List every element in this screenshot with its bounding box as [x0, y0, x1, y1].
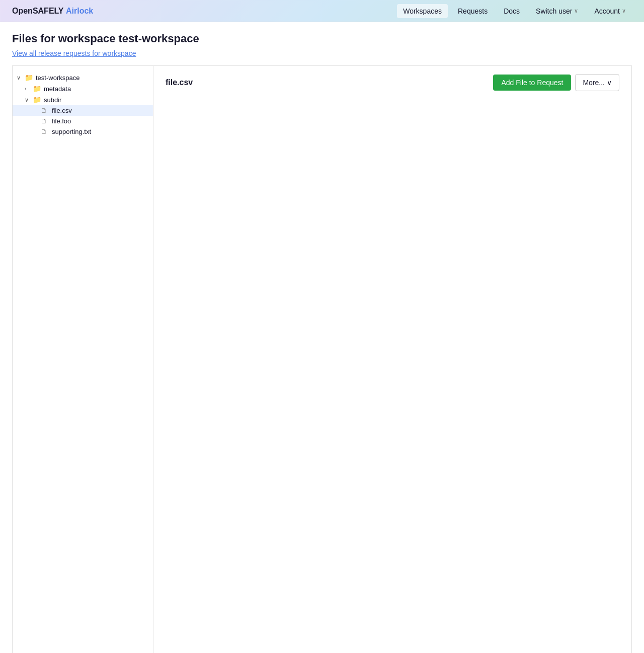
view-release-requests-link[interactable]: View all release requests for workspace [12, 49, 136, 57]
more-button[interactable]: More... ∨ [575, 74, 619, 91]
tree-item-file-foo[interactable]: 🗋 file.foo [13, 116, 153, 126]
file-icon-file-foo: 🗋 [41, 117, 50, 125]
account-chevron-icon: ∨ [622, 8, 626, 14]
main-layout: ∨ 📁 test-workspace › 📁 metadata ∨ 📁 subd… [12, 65, 632, 653]
nav-requests[interactable]: Requests [452, 4, 494, 18]
nav-switch-user[interactable]: Switch user ∨ [530, 4, 584, 18]
more-chevron-icon: ∨ [607, 79, 612, 87]
nav-account[interactable]: Account ∨ [588, 4, 632, 18]
tree-item-file-csv[interactable]: 🗋 file.csv [13, 105, 153, 116]
tree-item-supporting-txt[interactable]: 🗋 supporting.txt [13, 126, 153, 137]
tree-item-metadata[interactable]: › 📁 metadata [13, 83, 153, 94]
toggle-test-workspace: ∨ [17, 75, 25, 81]
nav-account-label: Account [594, 7, 620, 15]
tree-label-test-workspace: test-workspace [36, 74, 79, 82]
folder-icon-metadata: 📁 [33, 85, 42, 93]
more-button-label: More... [583, 79, 605, 87]
logo-airlock: Airlock [66, 7, 93, 16]
page-title: Files for workspace test-workspace [12, 32, 632, 45]
toggle-metadata: › [25, 86, 33, 92]
switch-user-chevron-icon: ∨ [574, 8, 578, 14]
tree-label-file-csv: file.csv [52, 107, 72, 114]
toggle-subdir: ∨ [25, 97, 33, 103]
file-icon-file-csv: 🗋 [41, 107, 50, 114]
tree-item-test-workspace[interactable]: ∨ 📁 test-workspace [13, 72, 153, 83]
file-tree-sidebar: ∨ 📁 test-workspace › 📁 metadata ∨ 📁 subd… [13, 66, 153, 653]
tree-label-supporting-txt: supporting.txt [52, 128, 91, 135]
nav-docs[interactable]: Docs [498, 4, 526, 18]
tree-label-file-foo: file.foo [52, 117, 71, 125]
file-detail-panel: file.csv Add File to Request More... ∨ [153, 66, 631, 653]
tree-label-metadata: metadata [44, 85, 71, 93]
folder-icon-test-workspace: 📁 [25, 74, 34, 82]
file-icon-supporting-txt: 🗋 [41, 128, 50, 135]
add-file-to-request-button[interactable]: Add File to Request [493, 75, 571, 91]
logo: OpenSAFELY Airlock [12, 7, 93, 16]
file-detail-name: file.csv [166, 78, 193, 87]
file-detail-actions: Add File to Request More... ∨ [493, 74, 619, 91]
tree-item-subdir[interactable]: ∨ 📁 subdir [13, 94, 153, 105]
nav-workspaces[interactable]: Workspaces [397, 4, 448, 18]
logo-opensafely: OpenSAFELY [12, 7, 64, 16]
main-nav: Workspaces Requests Docs Switch user ∨ A… [397, 4, 632, 18]
page-content: Files for workspace test-workspace View … [0, 22, 644, 653]
nav-switch-user-label: Switch user [536, 7, 572, 15]
file-detail-header: file.csv Add File to Request More... ∨ [166, 74, 619, 91]
tree-label-subdir: subdir [44, 96, 61, 104]
folder-icon-subdir: 📁 [33, 96, 42, 104]
header: OpenSAFELY Airlock Workspaces Requests D… [0, 0, 644, 22]
